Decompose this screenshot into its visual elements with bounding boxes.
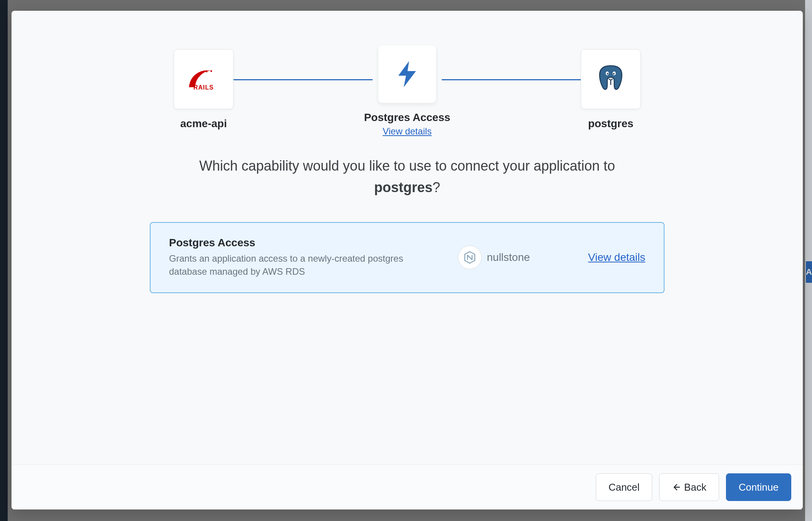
svg-point-10 — [613, 73, 615, 75]
continue-button[interactable]: Continue — [726, 473, 791, 501]
rails-icon: RAILS — [174, 49, 234, 109]
svg-point-9 — [607, 73, 608, 75]
bolt-icon — [378, 45, 436, 103]
connection-flow-diagram: RAILS acme-api Postgres Access View deta… — [35, 49, 780, 137]
modal-body: RAILS acme-api Postgres Access View deta… — [12, 11, 803, 465]
question-suffix: ? — [433, 179, 440, 195]
modal-footer: Cancel Back Continue — [12, 465, 803, 509]
flow-middle-details-link[interactable]: View details — [383, 126, 432, 137]
flow-node-source: RAILS acme-api — [161, 49, 246, 130]
svg-point-5 — [210, 70, 212, 72]
capability-provider: nullstone — [458, 246, 530, 269]
flow-node-target: postgres — [568, 49, 653, 130]
capability-title: Postgres Access — [169, 237, 430, 249]
svg-point-0 — [191, 83, 193, 85]
postgres-icon — [581, 49, 641, 109]
svg-text:RAILS: RAILS — [194, 84, 214, 91]
flow-node-target-label: postgres — [588, 118, 633, 130]
question-prefix: Which capability would you like to use t… — [199, 158, 615, 174]
svg-point-4 — [206, 71, 207, 72]
back-button[interactable]: Back — [659, 473, 719, 501]
flow-node-middle-label: Postgres Access — [364, 111, 451, 124]
svg-point-1 — [193, 80, 194, 81]
flow-node-middle: Postgres Access View details — [353, 45, 461, 137]
capability-details-link[interactable]: View details — [588, 251, 645, 264]
capability-provider-label: nullstone — [487, 251, 530, 264]
question-bold: postgres — [374, 179, 433, 195]
wizard-question: Which capability would you like to use t… — [181, 155, 634, 198]
back-button-label: Back — [684, 481, 706, 493]
nullstone-icon — [458, 246, 482, 269]
arrow-left-icon — [672, 483, 680, 491]
svg-point-2 — [196, 76, 197, 77]
capability-wizard-modal: RAILS acme-api Postgres Access View deta… — [12, 11, 803, 509]
capability-card-text: Postgres Access Grants an application ac… — [169, 237, 430, 279]
capability-description: Grants an application access to a newly-… — [169, 252, 430, 279]
svg-point-3 — [201, 73, 202, 74]
flow-node-source-label: acme-api — [180, 118, 227, 130]
cancel-button[interactable]: Cancel — [596, 473, 652, 501]
capability-card[interactable]: Postgres Access Grants an application ac… — [150, 222, 665, 294]
